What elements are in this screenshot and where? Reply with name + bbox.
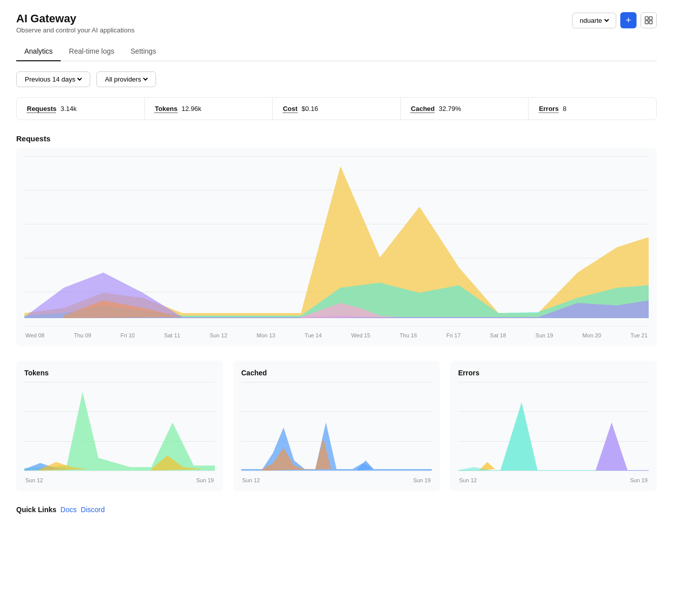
metric-cached-value: 32.79%	[439, 105, 461, 112]
time-filter[interactable]: Previous 14 days Previous 7 days Previou…	[16, 71, 90, 87]
tokens-x-labels: Sun 12 Sun 19	[24, 477, 215, 483]
header-actions: nduarte +	[572, 12, 657, 28]
svg-rect-3	[649, 21, 652, 24]
cached-svg	[241, 382, 432, 471]
svg-rect-1	[649, 17, 652, 20]
requests-chart-container: Wed 08 Thu 09 Fri 10 Sat 11 Sun 12 Mon 1…	[16, 148, 657, 346]
account-selector[interactable]: nduarte	[572, 13, 616, 28]
sub-charts-row: Tokens	[16, 361, 657, 491]
svg-rect-0	[645, 17, 648, 20]
tab-realtime[interactable]: Real-time logs	[61, 42, 122, 61]
x-label-sun12: Sun 12	[210, 332, 228, 338]
metric-errors-label: Errors	[539, 105, 558, 112]
x-label-wed08: Wed 08	[25, 332, 45, 338]
errors-x-sun12: Sun 12	[459, 477, 477, 483]
x-label-sat11: Sat 11	[164, 332, 180, 338]
x-label-fri10: Fri 10	[121, 332, 135, 338]
tokens-svg	[24, 382, 215, 471]
metric-cached-label: Cached	[411, 105, 435, 112]
errors-x-labels: Sun 12 Sun 19	[458, 477, 649, 483]
tab-settings[interactable]: Settings	[123, 42, 165, 61]
requests-chart-wrap: Wed 08 Thu 09 Fri 10 Sat 11 Sun 12 Mon 1…	[24, 156, 649, 338]
x-label-mon13: Mon 13	[256, 332, 275, 338]
cached-x-sun19: Sun 19	[413, 477, 431, 483]
errors-x-sun19: Sun 19	[630, 477, 648, 483]
cached-chart-wrap: Sun 12 Sun 19	[241, 382, 432, 483]
docs-link[interactable]: Docs	[60, 506, 77, 514]
grid-icon	[645, 16, 653, 24]
x-label-sat18: Sat 18	[490, 332, 506, 338]
x-label-wed15: Wed 15	[351, 332, 370, 338]
cached-x-labels: Sun 12 Sun 19	[241, 477, 432, 483]
x-axis-labels: Wed 08 Thu 09 Fri 10 Sat 11 Sun 12 Mon 1…	[24, 332, 649, 338]
metric-cost: Cost $0.16	[273, 98, 401, 120]
metric-requests-label: Requests	[27, 105, 57, 112]
requests-chart-title: Requests	[16, 134, 657, 143]
x-label-thu16: Thu 16	[400, 332, 417, 338]
errors-svg	[458, 382, 649, 471]
metric-cost-label: Cost	[283, 105, 297, 112]
quick-links-label: Quick Links	[16, 506, 56, 514]
x-label-tue14: Tue 14	[305, 332, 322, 338]
metric-requests: Requests 3.14k	[17, 98, 145, 120]
x-label-mon20: Mon 20	[582, 332, 601, 338]
metric-tokens-label: Tokens	[155, 105, 178, 112]
grid-button[interactable]	[641, 12, 657, 28]
cached-chart: Cached Sun 12 Sun	[233, 361, 440, 491]
filter-bar: Previous 14 days Previous 7 days Previou…	[16, 71, 657, 87]
tokens-chart: Tokens	[16, 361, 223, 491]
metric-errors: Errors 8	[529, 98, 656, 120]
tokens-x-sun12: Sun 12	[25, 477, 43, 483]
metric-cached: Cached 32.79%	[401, 98, 529, 120]
tab-bar: Analytics Real-time logs Settings	[16, 42, 657, 61]
tokens-chart-wrap: Sun 12 Sun 19	[24, 382, 215, 483]
tab-analytics[interactable]: Analytics	[16, 42, 61, 61]
svg-rect-2	[645, 21, 648, 24]
x-label-sun19: Sun 19	[536, 332, 553, 338]
add-button[interactable]: +	[620, 12, 637, 28]
x-label-fri17: Fri 17	[446, 332, 461, 338]
provider-filter[interactable]: All providers OpenAI Anthropic	[96, 71, 156, 87]
account-dropdown[interactable]: nduarte	[578, 16, 611, 25]
metric-requests-value: 3.14k	[61, 105, 77, 112]
metric-cost-value: $0.16	[302, 105, 318, 112]
provider-filter-select[interactable]: All providers OpenAI Anthropic	[103, 75, 149, 84]
errors-chart: Errors	[450, 361, 657, 491]
app-subtitle: Observe and control your AI applications	[16, 26, 134, 34]
x-label-thu09: Thu 09	[74, 332, 91, 338]
metrics-bar: Requests 3.14k Tokens 12.96k Cost $0.16 …	[16, 97, 657, 120]
metric-errors-value: 8	[563, 105, 566, 112]
x-label-tue21: Tue 21	[630, 332, 648, 338]
requests-chart-section: Requests	[16, 134, 657, 346]
cached-chart-title: Cached	[241, 369, 432, 377]
metric-tokens: Tokens 12.96k	[145, 98, 273, 120]
quick-links: Quick Links Docs Discord	[16, 506, 657, 514]
errors-chart-wrap: Sun 12 Sun 19	[458, 382, 649, 483]
tokens-chart-title: Tokens	[24, 369, 215, 377]
discord-link[interactable]: Discord	[81, 506, 104, 514]
requests-chart-svg	[24, 156, 649, 326]
app-title: AI Gateway	[16, 12, 134, 25]
metric-tokens-value: 12.96k	[181, 105, 201, 112]
time-filter-select[interactable]: Previous 14 days Previous 7 days Previou…	[23, 75, 84, 84]
cached-x-sun12: Sun 12	[242, 477, 260, 483]
errors-chart-title: Errors	[458, 369, 649, 377]
tokens-x-sun19: Sun 19	[196, 477, 214, 483]
